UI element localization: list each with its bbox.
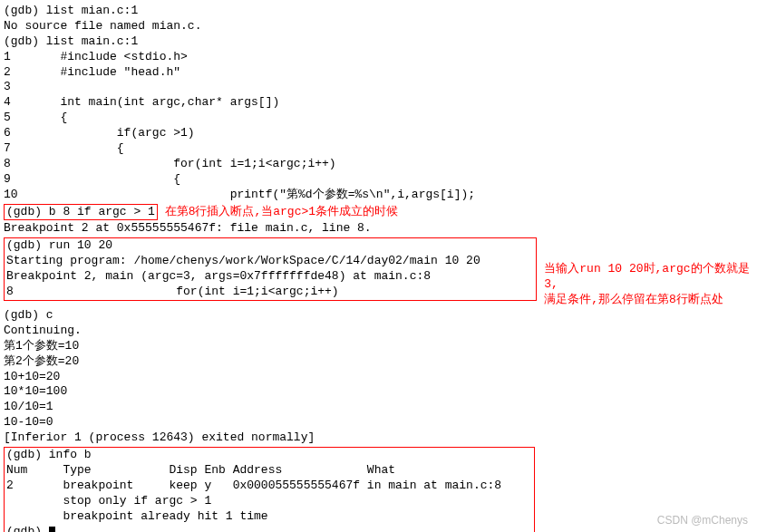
out-line: 10*10=100 [4, 384, 757, 400]
gdb-command-b[interactable]: (gdb) b 8 if argc > 1 [6, 205, 155, 218]
out-line: 10/10=1 [4, 400, 757, 415]
run-block-row: (gdb) run 10 20 Starting program: /home/… [4, 237, 757, 308]
out-line: 6 if(argc >1) [4, 126, 757, 141]
annotation-run-line2: 满足条件,那么停留在第8行断点处 [544, 293, 757, 308]
out-line: 2 #include "head.h" [4, 65, 757, 81]
out-line: 4 int main(int argc,char* args[]) [4, 95, 757, 111]
gdb-command-info-b[interactable]: (gdb) info b [6, 448, 532, 463]
out-line: Num Type Disp Enb Address What [6, 463, 532, 479]
annotation-breakpoint: 在第8行插入断点,当argc>1条件成立的时候 [165, 205, 398, 218]
out-line: No source file named mian.c. [4, 19, 757, 34]
out-line: 8 for(int i=1;i<argc;i++) [4, 157, 757, 172]
out-line: (gdb) list main.c:1 [4, 34, 757, 50]
out-line: 2 breakpoint keep y 0x000055555555467f i… [6, 479, 532, 494]
out-line: stop only if argc > 1 [6, 494, 532, 509]
out-line: 1 #include <stdio.h> [4, 50, 757, 65]
out-line: Starting program: /home/chenys/work/Work… [6, 254, 534, 269]
out-line: 8 for(int i=1;i<argc;i++) [6, 285, 534, 300]
out-line: Breakpoint 2 at 0x55555555467f: file mai… [4, 221, 757, 237]
out-line: 第2个参数=20 [4, 354, 757, 370]
out-line: (gdb) list mian.c:1 [4, 4, 757, 19]
annotation-run-line1: 当输入run 10 20时,argc的个数就是3, [544, 262, 757, 293]
gdb-command-run[interactable]: (gdb) run 10 20 [6, 238, 534, 254]
out-line: 10 printf("第%d个参数=%s\n",i,args[i]); [4, 188, 757, 203]
out-line: 3 [4, 80, 757, 95]
annotation-run: 当输入run 10 20时,argc的个数就是3, 满足条件,那么停留在第8行断… [544, 262, 757, 308]
out-line: 第1个参数=10 [4, 339, 757, 354]
out-line: 5 { [4, 111, 757, 126]
cursor-icon [49, 527, 55, 533]
watermark: CSDN @mChenys [657, 514, 748, 528]
out-line: 7 { [4, 141, 757, 157]
breakpoint-set-row: (gdb) b 8 if argc > 1 在第8行插入断点,当argc>1条件… [4, 203, 757, 222]
out-line: 9 { [4, 172, 757, 188]
out-line: 10-10=0 [4, 415, 757, 430]
out-line: [Inferior 1 (process 12643) exited norma… [4, 430, 757, 446]
out-line: Continuing. [4, 324, 757, 339]
out-line: 10+10=20 [4, 370, 757, 385]
out-line: breakpoint already hit 1 time [6, 509, 532, 525]
out-line: Breakpoint 2, main (argc=3, args=0x7ffff… [6, 269, 534, 285]
terminal-output: (gdb) list mian.c:1 No source file named… [4, 4, 757, 532]
gdb-prompt[interactable]: (gdb) [6, 525, 532, 533]
gdb-command-c[interactable]: (gdb) c [4, 308, 757, 324]
